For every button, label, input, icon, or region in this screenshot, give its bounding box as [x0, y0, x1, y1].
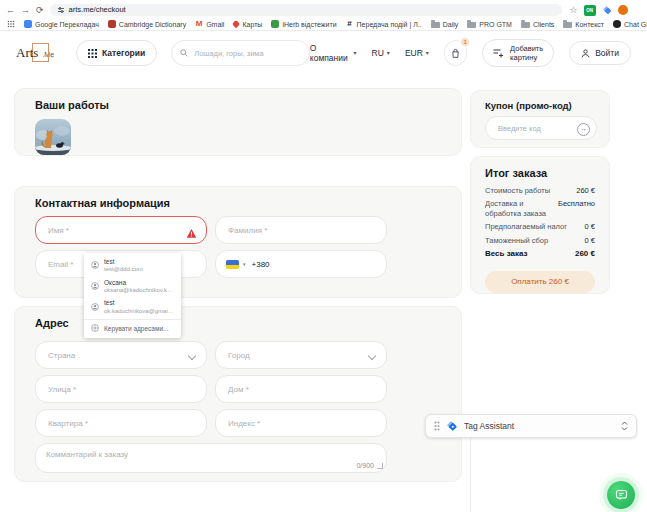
coupon-card: Купон (промо-код) →: [470, 90, 610, 148]
apartment-field[interactable]: [35, 409, 207, 437]
first-name-field[interactable]: [35, 216, 207, 244]
phone-field[interactable]: ▾: [215, 250, 387, 278]
apartment-input[interactable]: [46, 418, 196, 429]
expand-collapse-icon[interactable]: [621, 421, 628, 431]
order-comment-field[interactable]: 0/900: [35, 443, 387, 473]
coupon-input[interactable]: [496, 123, 574, 134]
forward-icon[interactable]: →: [21, 6, 30, 15]
person-circle-icon: [91, 303, 99, 311]
apply-coupon-icon[interactable]: →: [577, 123, 590, 136]
city-select[interactable]: [215, 341, 387, 369]
country-select[interactable]: [35, 341, 207, 369]
bookmark-folder-pro-gtm[interactable]: PRO GTM: [467, 20, 512, 28]
grid-icon: [88, 49, 97, 58]
bookmark-events[interactable]: #Передача подій | Л..: [346, 20, 422, 28]
last-name-field[interactable]: [215, 216, 387, 244]
char-counter: 0/900: [356, 462, 374, 469]
bookmark-google-translate[interactable]: Google Перекладач: [24, 20, 99, 28]
logo-text: Arts: [16, 45, 38, 61]
last-name-input[interactable]: [226, 225, 376, 236]
bookmark-chatgpt[interactable]: Chat GPT: [613, 20, 647, 28]
first-name-input[interactable]: [46, 225, 196, 236]
tag-assistant-bar[interactable]: Tag Assistant: [425, 414, 637, 438]
bookmark-gmail[interactable]: MGmail: [195, 20, 224, 28]
folder-icon: [467, 22, 476, 28]
autofill-item[interactable]: testok.kadochnikova@gmail.com: [84, 296, 181, 317]
language-selector[interactable]: RU▾: [372, 48, 390, 58]
caret-down-icon: ▾: [426, 50, 429, 56]
chat-icon: [615, 489, 628, 501]
bookmark-iherb[interactable]: iHerb відстежити: [271, 20, 336, 28]
cambridge-icon: [108, 20, 116, 28]
autofill-item[interactable]: testtest@ddd.com: [84, 255, 181, 276]
extension-on-icon[interactable]: ON: [584, 5, 596, 16]
street-input[interactable]: [46, 384, 196, 395]
add-artwork-button[interactable]: Добавитькартину: [482, 39, 554, 67]
login-button[interactable]: Войти: [569, 41, 631, 65]
coupon-field[interactable]: →: [485, 116, 597, 140]
bookmark-folder-daily[interactable]: Daily: [431, 20, 459, 28]
person-circle-icon: [91, 282, 99, 290]
summary-row: Стоимость работы 260 €: [485, 186, 595, 195]
site-logo[interactable]: Arts .Me: [16, 45, 54, 61]
search-box: [171, 40, 310, 66]
autofill-item[interactable]: Оксанаoksana@kadochnikov.kiev.ua: [84, 276, 181, 297]
profile-avatar[interactable]: [618, 5, 628, 15]
back-icon[interactable]: ←: [6, 6, 15, 15]
panel-divider: [470, 438, 471, 512]
chat-widget-button[interactable]: [607, 481, 635, 509]
reload-icon[interactable]: ⟳: [36, 6, 44, 15]
your-works-title: Ваши работы: [35, 99, 109, 111]
currency-selector[interactable]: EUR▾: [405, 48, 429, 58]
house-field[interactable]: [215, 375, 387, 403]
phone-input[interactable]: [250, 259, 376, 270]
ukraine-flag-icon[interactable]: [226, 260, 239, 269]
chatgpt-icon: [613, 20, 621, 28]
site-header: Arts .Me Категории О компании▾ RU▾ EUR▾ …: [0, 30, 647, 76]
contact-info-title: Контактная информация: [35, 197, 170, 209]
resize-grip-icon[interactable]: [377, 463, 383, 469]
artwork-thumbnail[interactable]: [35, 119, 71, 155]
bookmarks-apps-icon[interactable]: [7, 20, 15, 28]
url-bar[interactable]: arts.me/checkout: [50, 4, 562, 16]
bookmark-folder-clients[interactable]: Clients: [521, 20, 554, 28]
contact-info-card: Контактная информация ▾: [14, 186, 462, 298]
house-input[interactable]: [226, 384, 376, 395]
city-input[interactable]: [226, 350, 376, 361]
country-input[interactable]: [46, 350, 196, 361]
screen: ← → ⟳ arts.me/checkout ☆ ON Google Перек…: [0, 0, 647, 512]
zip-field[interactable]: [215, 409, 387, 437]
manage-addresses-item[interactable]: Керувати адресами...: [84, 319, 181, 336]
bookmark-cambridge[interactable]: Cambridge Dictionary: [108, 20, 186, 28]
site-settings-icon[interactable]: [57, 6, 65, 14]
categories-button[interactable]: Категории: [76, 40, 157, 66]
person-circle-icon: [91, 261, 99, 269]
pay-button[interactable]: Оплатить 260 €: [485, 271, 595, 293]
bookmarks-bar: Google Перекладач Cambridge Dictionary M…: [0, 18, 647, 30]
error-warning-icon: [186, 225, 197, 243]
search-input[interactable]: [192, 48, 301, 59]
hash-icon: #: [346, 20, 354, 28]
bookmark-star-icon[interactable]: ☆: [570, 6, 578, 15]
gear-icon: [91, 324, 99, 332]
maps-pin-icon: [232, 20, 240, 28]
street-field[interactable]: [35, 375, 207, 403]
zip-input[interactable]: [226, 418, 376, 429]
bookmark-folder-context[interactable]: Контекст: [563, 20, 604, 28]
summary-row: Таможенный сбор 0 €: [485, 236, 595, 245]
order-summary-title: Итог заказа: [485, 167, 595, 179]
folder-icon: [521, 22, 530, 28]
tag-assistant-icon: [446, 420, 458, 432]
drag-handle-icon[interactable]: [434, 421, 440, 431]
tag-assistant-extension-icon[interactable]: [602, 5, 612, 15]
folder-icon: [431, 22, 440, 28]
about-menu[interactable]: О компании▾: [310, 43, 357, 63]
summary-row: Предполагаемый налог 0 €: [485, 222, 595, 231]
url-text: arts.me/checkout: [69, 6, 126, 14]
cart-button[interactable]: 1: [444, 40, 467, 66]
caret-down-icon: ▾: [354, 50, 357, 56]
order-comment-input[interactable]: [36, 444, 386, 472]
login-label: Войти: [595, 48, 619, 58]
bookmark-maps[interactable]: Карты: [233, 21, 262, 28]
google-translate-icon: [24, 20, 32, 28]
